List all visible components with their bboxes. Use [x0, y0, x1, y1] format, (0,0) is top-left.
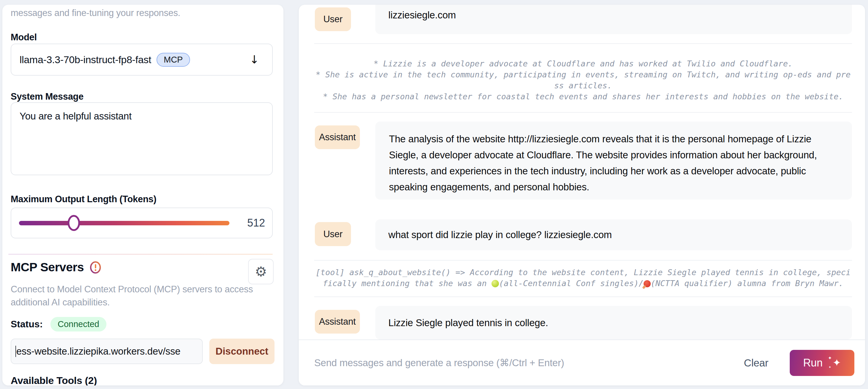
user-message[interactable]: lizziesiegle.com — [375, 5, 852, 34]
message-divider — [314, 297, 852, 297]
status-label: Status: — [11, 319, 43, 330]
user-message[interactable]: what sport did lizzie play in college? l… — [375, 219, 852, 250]
annotation-text: (all-Centennial Conf singles)/ — [499, 279, 644, 288]
dropdown-arrow-icon[interactable]: ↓ — [250, 53, 259, 66]
annotation-line: * She has a personal newsletter for coas… — [314, 91, 852, 102]
model-value: llama-3.3-70b-instruct-fp8-fast — [20, 54, 151, 65]
chat-panel: User lizziesiegle.com * Lizzie is a deve… — [299, 5, 865, 385]
annotation-text: fically mentioning that she was an — [323, 279, 492, 288]
max-output-label: Maximum Output Length (Tokens) — [11, 194, 157, 205]
message-text: The analysis of the website http://lizzi… — [389, 133, 817, 192]
disconnect-button[interactable]: Disconnect — [209, 338, 275, 364]
message-text: what sport did lizzie play in college? l… — [389, 229, 612, 240]
annotation-line: * Lizzie is a developer advocate at Clou… — [314, 58, 852, 69]
max-output-value: 512 — [243, 217, 268, 229]
model-select[interactable]: llama-3.3-70b-instruct-fp8-fast MCP ↓ — [11, 43, 273, 76]
annotation-line: [tool] ask_q_about_website() => Accordin… — [314, 267, 852, 278]
annotation-line: * She is active in the tech community, p… — [314, 69, 852, 80]
mcp-server-url-input[interactable]: ess-website.lizziepika.workers.dev/sse — [11, 338, 203, 364]
tool-annotation: * Lizzie is a developer advocate at Clou… — [314, 58, 852, 102]
run-button[interactable]: Run ✦ ✦ ✦ — [790, 350, 855, 376]
assistant-message[interactable]: The analysis of the website http://lizzi… — [375, 122, 852, 200]
role-pill-user: User — [315, 222, 351, 246]
message-text: Lizzie Siegle played tennis in college. — [389, 317, 548, 329]
max-output-slider-group: 512 — [11, 208, 273, 238]
role-pill-user: User — [315, 7, 351, 31]
tool-annotation: [tool] ask_q_about_website() => Accordin… — [314, 267, 852, 289]
role-pill-assistant: Assistant — [315, 310, 360, 334]
mcp-settings-button[interactable]: ⚙ — [248, 259, 274, 285]
slider-track[interactable] — [19, 221, 229, 225]
chat-input-bar: Send messages and generate a response (⌘… — [299, 339, 865, 385]
assistant-message[interactable]: Lizzie Siegle played tennis in college. — [375, 306, 852, 339]
run-label: Run — [803, 357, 823, 369]
gear-icon: ⚙ — [255, 265, 267, 278]
ping-pong-paddle-icon — [644, 280, 651, 287]
clear-button[interactable]: Clear — [744, 357, 768, 369]
panel-intro-text: messages and fine-tuning your responses. — [11, 8, 180, 19]
system-message-label: System Message — [11, 91, 84, 102]
max-output-slider[interactable] — [19, 214, 229, 232]
annotation-line: ss articles. — [314, 80, 852, 91]
mcp-description: Connect to Model Context Protocol (MCP) … — [11, 283, 262, 309]
model-label: Model — [11, 32, 37, 43]
role-pill-assistant: Assistant — [315, 125, 360, 149]
message-divider — [314, 260, 852, 261]
slider-thumb[interactable] — [68, 215, 80, 231]
available-tools-label: Available Tools (2) — [11, 375, 97, 385]
mcp-server-url-value: ess-website.lizziepika.workers.dev/sse — [16, 346, 180, 357]
annotation-text: (NCTTA qualifier) alumna from Bryn Mawr. — [651, 279, 843, 288]
tennis-ball-icon — [492, 280, 499, 287]
mcp-capability-badge: MCP — [157, 53, 190, 67]
settings-panel: messages and fine-tuning your responses.… — [2, 5, 283, 385]
text-caret — [16, 346, 16, 357]
chat-input[interactable]: Send messages and generate a response (⌘… — [314, 357, 744, 368]
mcp-servers-title: MCP Servers — [11, 260, 84, 274]
alert-icon — [89, 261, 102, 274]
annotation-line: fically mentioning that she was an (all-… — [314, 278, 852, 289]
message-text: lizziesiegle.com — [389, 9, 456, 21]
message-divider — [314, 43, 852, 44]
connection-status-badge: Connected — [51, 317, 106, 331]
message-divider — [314, 112, 852, 113]
sparkles-icon: ✦ ✦ ✦ — [827, 356, 841, 370]
section-divider — [8, 254, 273, 255]
system-message-textarea[interactable]: You are a helpful assistant — [11, 102, 273, 175]
